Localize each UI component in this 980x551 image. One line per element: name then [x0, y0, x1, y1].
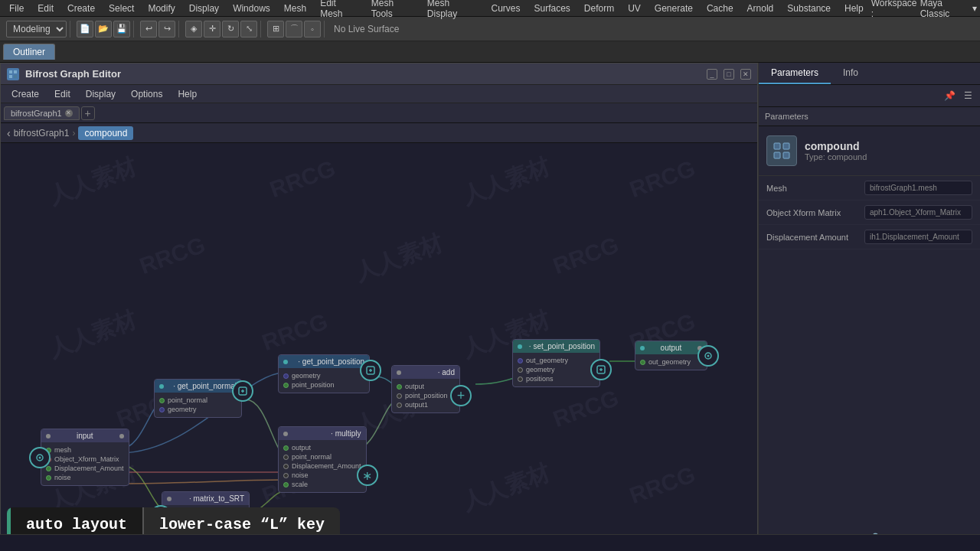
bifrost-menu-options[interactable]: Options [125, 87, 168, 101]
node-gpp-dot [283, 360, 288, 364]
pin-btn[interactable]: 📌 [942, 88, 957, 103]
open-file-btn[interactable]: 📂 [95, 21, 112, 37]
bifrost-icon [7, 68, 19, 80]
snap-curve-btn[interactable]: ⌒ [286, 21, 302, 37]
bifrost-menu-help[interactable]: Help [172, 87, 203, 101]
tab-close-btn[interactable]: ✕ [65, 109, 73, 117]
node-output[interactable]: output out_geometry [635, 341, 707, 370]
bifrost-menu-display[interactable]: Display [80, 87, 122, 101]
node-input[interactable]: input mesh Object_Xform_Matrix Displacem… [41, 429, 129, 486]
move-tool-btn[interactable]: ✛ [204, 21, 220, 37]
param-displacement-value[interactable]: ih1.Displacement_Amount [864, 230, 972, 244]
menu-edit-mesh[interactable]: Edit Mesh [314, 0, 364, 21]
rotate-tool-btn[interactable]: ↻ [222, 21, 239, 37]
node-gpn-icon[interactable] [232, 380, 253, 402]
menu-substance[interactable]: Substance [781, 2, 837, 15]
new-file-btn[interactable]: 📄 [77, 21, 93, 37]
bifrost-menu-edit[interactable]: Edit [48, 87, 77, 101]
workspace-selector[interactable]: Workspace : Maya Classic ▾ [871, 0, 977, 19]
snap-point-btn[interactable]: ◦ [304, 21, 321, 37]
close-btn[interactable]: ✕ [740, 69, 751, 80]
port-mult-out-dot [283, 445, 289, 451]
node-multiply[interactable]: · multiply output point_normal Displacem… [278, 426, 367, 493]
breadcrumb-back-btn[interactable]: ‹ [7, 127, 11, 139]
workspace-dropdown-icon[interactable]: ▾ [972, 3, 977, 14]
menu-btn[interactable]: ☰ [960, 88, 975, 103]
right-panel-header-label: Parameters [759, 107, 980, 126]
node-msrt-header: · matrix_to_SRT [162, 492, 249, 505]
menu-generate[interactable]: Generate [648, 2, 699, 15]
bifrost-canvas[interactable]: 人人素材 RRCG 人人素材 RRCG RRCG 人人素材 RRCG 人人素材 … [1, 143, 757, 550]
bifrost-graph-tab[interactable]: bifrostGraph1 ✕ [4, 106, 80, 120]
node-out-header: output [635, 341, 707, 354]
menu-modify[interactable]: Modify [142, 2, 181, 15]
param-xform-value[interactable]: aph1.Object_Xform_Matrix [864, 205, 972, 220]
menu-uv[interactable]: UV [622, 2, 647, 15]
menu-mesh-tools[interactable]: Mesh Tools [365, 0, 420, 21]
node-out-icon[interactable] [697, 345, 719, 367]
outliner-tab[interactable]: Outliner [3, 44, 55, 60]
node-mult-icon[interactable]: ∗ [357, 465, 378, 486]
port-mult-scale-dot [283, 482, 289, 487]
tab-parameters[interactable]: Parameters [759, 63, 831, 84]
node-set-point-position[interactable]: · set_point_position out_geometry geomet… [512, 339, 600, 387]
redo-btn[interactable]: ↪ [158, 21, 175, 37]
minimize-btn[interactable]: _ [707, 69, 717, 80]
port-mult-out-label: output [292, 444, 311, 452]
menu-deform[interactable]: Deform [578, 2, 620, 15]
port-out-geo-label: out_geometry [648, 358, 691, 366]
menu-cache[interactable]: Cache [701, 2, 740, 15]
node-get-point-position[interactable]: · get_point_position geometry point_posi… [278, 354, 370, 393]
node-spp-icon[interactable] [590, 359, 612, 380]
node-gpp-icon[interactable] [360, 360, 381, 381]
snap-tools: ⊞ ⌒ ◦ [264, 21, 325, 37]
svg-rect-0 [9, 70, 12, 73]
menu-windows[interactable]: Windows [227, 2, 276, 15]
port-add-o1-label: output1 [405, 401, 428, 409]
svg-rect-2 [9, 75, 12, 78]
breadcrumb-root[interactable]: bifrostGraph1 [14, 128, 70, 139]
menu-curves[interactable]: Curves [485, 2, 526, 15]
mode-selector[interactable]: Modeling [6, 21, 67, 37]
maximize-btn[interactable]: □ [724, 69, 734, 80]
menu-edit[interactable]: Edit [31, 2, 60, 15]
node-get-point-normal[interactable]: · get_point_normal point_normal geometry [154, 379, 242, 418]
port-mult-pn-dot [283, 455, 289, 460]
port-mult-out: output [283, 443, 361, 452]
menu-select[interactable]: Select [103, 2, 140, 15]
node-add-label: · add [438, 368, 455, 377]
node-out-body: out_geometry [635, 354, 707, 370]
svg-rect-1 [14, 70, 17, 73]
tab-info[interactable]: Info [831, 63, 871, 84]
menu-display[interactable]: Display [183, 2, 225, 15]
param-mesh-value[interactable]: bifrostGraph1.mesh [864, 181, 972, 195]
port-add-out-dot [397, 384, 402, 390]
no-live-surface-label: No Live Surface [328, 24, 405, 34]
select-tool-btn[interactable]: ◈ [185, 21, 202, 37]
node-mult-dot [283, 432, 288, 436]
port-spp-pos: positions [518, 374, 595, 383]
node-input-icon[interactable] [29, 447, 51, 468]
port-add-pp-dot [397, 393, 402, 399]
undo-btn[interactable]: ↩ [140, 21, 157, 37]
menu-help[interactable]: Help [838, 2, 870, 15]
bifrost-menu-create[interactable]: Create [5, 87, 45, 101]
node-add[interactable]: · add output point_position output1 + [391, 365, 460, 413]
node-add-icon[interactable]: + [450, 385, 472, 406]
menu-file[interactable]: File [3, 2, 30, 15]
menu-mesh-display[interactable]: Mesh Display [421, 0, 484, 21]
menu-arnold[interactable]: Arnold [741, 2, 780, 15]
right-panel-toolbar: 📌 ☰ [759, 85, 980, 107]
menu-mesh[interactable]: Mesh [278, 2, 312, 15]
snap-grid-btn[interactable]: ⊞ [267, 21, 284, 37]
menu-surfaces[interactable]: Surfaces [528, 2, 576, 15]
breadcrumb-compound[interactable]: compound [78, 126, 133, 140]
menu-create[interactable]: Create [61, 2, 101, 15]
save-file-btn[interactable]: 💾 [113, 21, 130, 37]
port-displacement-label: Displacement_Amount [54, 465, 124, 472]
port-gpp-geo-label: geometry [292, 372, 321, 380]
scale-tool-btn[interactable]: ⤡ [240, 21, 257, 37]
add-tab-btn[interactable]: + [81, 106, 95, 120]
bifrost-editor: Bifrost Graph Editor _ □ ✕ Create Edit D… [0, 63, 758, 551]
port-mult-da: Displacement_Amount [283, 461, 361, 471]
